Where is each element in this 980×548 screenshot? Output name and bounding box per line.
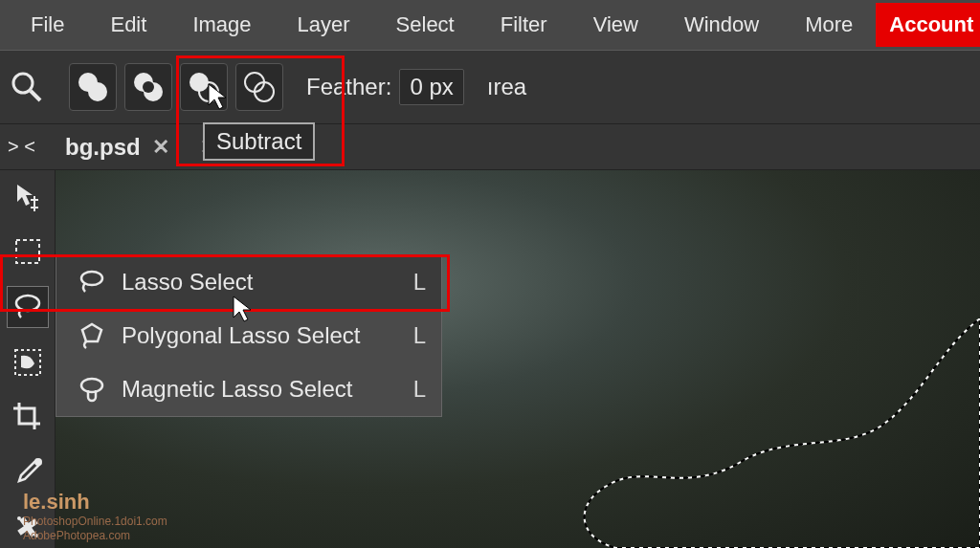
flyout-label: Polygonal Lasso Select (122, 322, 399, 349)
zoom-tool-icon[interactable] (8, 68, 46, 106)
menu-bar: File Edit Image Layer Select Filter View… (0, 0, 980, 50)
flyout-label: Lasso Select (122, 269, 399, 296)
svg-point-2 (13, 74, 33, 93)
watermark: le.sinh PhotoshopOnline.1doi1.com AdobeP… (23, 490, 167, 542)
menu-window[interactable]: Window (661, 0, 782, 50)
options-bar: Feather: 0 px ırea (0, 50, 980, 124)
svg-point-16 (34, 458, 42, 466)
menu-more[interactable]: More (782, 0, 876, 50)
eyedropper-tool[interactable] (7, 451, 49, 493)
marching-ants-selection (521, 318, 980, 548)
tab-label: bg.psd (65, 134, 141, 161)
lasso-tool-flyout: Lasso Select L Polygonal Lasso Select L … (56, 254, 442, 417)
svg-rect-13 (16, 240, 39, 263)
magnetic-lasso-icon (72, 374, 112, 405)
feather-control: Feather: 0 px (306, 69, 464, 105)
svg-point-19 (17, 516, 21, 520)
document-tab[interactable]: bg.psd ✕ (56, 124, 179, 169)
mode-intersect-selection[interactable] (235, 63, 283, 111)
menu-view[interactable]: View (570, 0, 661, 50)
svg-point-8 (143, 81, 154, 93)
flyout-shortcut: L (399, 376, 426, 403)
menu-image[interactable]: Image (169, 0, 274, 50)
mode-add-selection[interactable] (124, 63, 172, 111)
watermark-brand: le.sinh (23, 490, 167, 515)
tabs-bar: > < bg.psd ✕ ✕ (0, 124, 980, 170)
area-text: ırea (487, 74, 526, 100)
svg-line-3 (31, 91, 40, 100)
flyout-shortcut: L (399, 269, 426, 296)
expand-panels-icon[interactable]: > < (8, 136, 35, 158)
marquee-tool[interactable] (7, 231, 49, 274)
quick-select-tool[interactable] (7, 341, 49, 384)
menu-file[interactable]: File (8, 0, 87, 50)
svg-point-14 (16, 296, 39, 311)
svg-point-22 (81, 379, 102, 392)
move-tool[interactable] (7, 176, 49, 218)
menu-edit[interactable]: Edit (87, 0, 169, 50)
flyout-magnetic-lasso[interactable]: Magnetic Lasso Select L (56, 362, 441, 416)
tooltip-subtract: Subtract (203, 122, 315, 161)
crop-tool[interactable] (7, 396, 49, 438)
flyout-shortcut: L (399, 322, 426, 349)
menu-layer[interactable]: Layer (275, 0, 373, 50)
svg-point-5 (88, 82, 107, 101)
mode-new-selection[interactable] (69, 63, 117, 111)
main-area: Lasso Select L Polygonal Lasso Select L … (0, 170, 980, 548)
feather-label: Feather: (306, 74, 391, 100)
menu-filter[interactable]: Filter (478, 0, 570, 50)
selection-mode-buttons (69, 63, 283, 111)
watermark-line2: AdobePhotopea.com (23, 529, 167, 542)
feather-value[interactable]: 0 px (399, 69, 463, 105)
account-button[interactable]: Account (876, 3, 980, 47)
polygonal-lasso-icon (72, 320, 112, 351)
lasso-icon (72, 267, 112, 297)
tab-close-icon[interactable]: ✕ (152, 135, 169, 160)
lasso-tool[interactable] (7, 286, 49, 328)
flyout-label: Magnetic Lasso Select (122, 376, 399, 403)
watermark-line1: PhotoshopOnline.1doi1.com (23, 515, 167, 528)
cursor-icon (232, 295, 255, 323)
menu-select[interactable]: Select (373, 0, 478, 50)
cursor-icon (207, 82, 230, 111)
